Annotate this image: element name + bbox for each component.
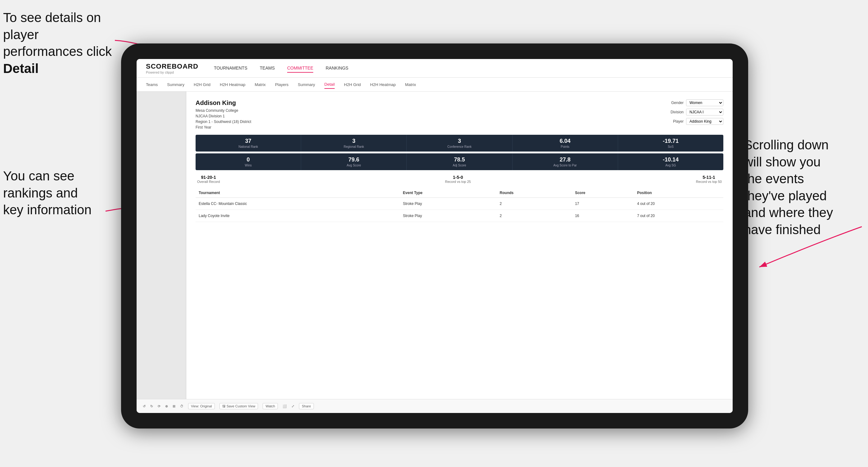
events-table: Tournament Event Type Rounds Score Posit… bbox=[195, 188, 723, 222]
view-original-label: View: Original bbox=[191, 404, 212, 408]
col-position: Position bbox=[634, 188, 723, 198]
zoom-button[interactable]: ⊕ bbox=[165, 404, 168, 408]
subnav-players[interactable]: Players bbox=[275, 81, 288, 89]
refresh-button[interactable]: ⟳ bbox=[158, 404, 160, 408]
redo-button[interactable]: ↻ bbox=[150, 404, 153, 408]
event-tournament-1: Estella CC- Mountain Classic bbox=[195, 198, 400, 210]
stat-avg-sg: -10.14 Avg SG bbox=[618, 153, 723, 170]
stat-avg-score-par-value: 27.8 bbox=[515, 156, 615, 163]
annotation-right-line3: the events bbox=[744, 172, 804, 186]
nav-rankings[interactable]: RANKINGS bbox=[326, 64, 348, 73]
stat-avg-sg-label: Avg SG bbox=[621, 164, 721, 167]
annotation-bottom-left: You can see rankings and key information bbox=[3, 168, 108, 219]
player-school: Mesa Community College bbox=[195, 108, 251, 113]
event-position-2: 7 out of 20 bbox=[634, 210, 723, 222]
table-row[interactable]: Estella CC- Mountain Classic Stroke Play… bbox=[195, 198, 723, 210]
annotation-right-line4: they've played bbox=[744, 188, 827, 203]
annotation-top-left-text: To see details on player performances cl… bbox=[3, 10, 112, 59]
annotation-top-left: To see details on player performances cl… bbox=[3, 9, 115, 77]
annotation-detail-bold: Detail bbox=[3, 61, 38, 76]
subnav-matrix[interactable]: Matrix bbox=[254, 81, 266, 89]
subnav-h2h-heatmap[interactable]: H2H Heatmap bbox=[220, 81, 245, 89]
stat-wins-label: Wins bbox=[198, 164, 298, 167]
stat-wins: 0 Wins bbox=[195, 153, 301, 170]
events-table-header-row: Tournament Event Type Rounds Score Posit… bbox=[195, 188, 723, 198]
undo-button[interactable]: ↺ bbox=[143, 404, 146, 408]
share-button[interactable]: Share bbox=[299, 403, 314, 409]
annotation-bottom-left-line2: rankings and bbox=[3, 186, 78, 200]
app-logo-sub: Powered by clippd bbox=[146, 70, 198, 74]
nav-committee[interactable]: COMMITTEE bbox=[287, 64, 313, 73]
record-overall: 91-20-1 Overall Record bbox=[197, 175, 220, 184]
division-select[interactable]: NJCAA I bbox=[686, 109, 723, 116]
watch-button[interactable]: Watch bbox=[262, 403, 278, 409]
event-score-2: 16 bbox=[572, 210, 634, 222]
annotation-right-line5: and where they bbox=[744, 205, 833, 220]
save-custom-label: Save Custom View bbox=[227, 404, 255, 408]
sub-nav: Teams Summary H2H Grid H2H Heatmap Matri… bbox=[136, 77, 733, 92]
gender-select[interactable]: Women bbox=[686, 99, 723, 106]
stat-sos-label: SoS bbox=[621, 145, 721, 148]
player-row: Player Addison King bbox=[673, 118, 723, 125]
app-logo: SCOREBOARD bbox=[146, 62, 198, 70]
record-top50-label: Record vs top 50 bbox=[696, 180, 722, 184]
division-label: Division bbox=[671, 110, 684, 114]
subnav-matrix2[interactable]: Matrix bbox=[405, 81, 416, 89]
expand-button[interactable]: ⤢ bbox=[291, 404, 294, 408]
subnav-teams[interactable]: Teams bbox=[146, 81, 158, 89]
subnav-summary[interactable]: Summary bbox=[167, 81, 184, 89]
player-info: Addison King Mesa Community College NJCA… bbox=[195, 99, 251, 130]
stat-regional-rank: 3 Regional Rank bbox=[301, 135, 407, 152]
events-table-header: Tournament Event Type Rounds Score Posit… bbox=[195, 188, 723, 198]
stat-avg-score-par: 27.8 Avg Score to Par bbox=[513, 153, 618, 170]
division-row: Division NJCAA I bbox=[671, 109, 723, 116]
stat-sos-value: -19.71 bbox=[621, 138, 721, 145]
player-controls: Gender Women Division NJCAA I bbox=[671, 99, 723, 130]
save-label: 🖫 bbox=[222, 404, 226, 408]
device-button[interactable]: ⬜ bbox=[282, 404, 287, 408]
annotation-bottom-left-line1: You can see bbox=[3, 168, 74, 183]
stat-avg-score-par-label: Avg Score to Par bbox=[515, 164, 615, 167]
record-top25-label: Record vs top 25 bbox=[445, 180, 471, 184]
stats-row-1: 37 National Rank 3 Regional Rank 3 Confe… bbox=[195, 135, 723, 152]
records-row: 91-20-1 Overall Record 1-5-0 Record vs t… bbox=[195, 175, 723, 184]
col-score: Score bbox=[572, 188, 634, 198]
event-score-1: 17 bbox=[572, 198, 634, 210]
stat-adj-score-value: 78.5 bbox=[409, 156, 509, 163]
stat-avg-sg-value: -10.14 bbox=[621, 156, 721, 163]
content-area: Addison King Mesa Community College NJCA… bbox=[136, 92, 733, 399]
stat-regional-rank-label: Regional Rank bbox=[304, 145, 404, 148]
event-rounds-2: 2 bbox=[497, 210, 572, 222]
grid-button[interactable]: ⊞ bbox=[173, 404, 176, 408]
subnav-h2h-grid[interactable]: H2H Grid bbox=[194, 81, 211, 89]
main-nav: TOURNAMENTS TEAMS COMMITTEE RANKINGS bbox=[214, 64, 348, 73]
save-custom-button[interactable]: 🖫 Save Custom View bbox=[219, 403, 258, 409]
stat-national-rank-value: 37 bbox=[198, 138, 298, 145]
col-tournament: Tournament bbox=[195, 188, 400, 198]
stat-avg-score: 79.6 Avg Score bbox=[301, 153, 407, 170]
stat-avg-score-value: 79.6 bbox=[304, 156, 404, 163]
stat-national-rank: 37 National Rank bbox=[195, 135, 301, 152]
nav-tournaments[interactable]: TOURNAMENTS bbox=[214, 64, 247, 73]
nav-teams[interactable]: TEAMS bbox=[260, 64, 275, 73]
stat-adj-score-label: Adj Score bbox=[409, 164, 509, 167]
time-button[interactable]: ⏱ bbox=[180, 404, 183, 408]
event-rounds-1: 2 bbox=[497, 198, 572, 210]
player-select[interactable]: Addison King bbox=[686, 118, 723, 125]
stat-points-label: Points bbox=[515, 145, 615, 148]
subnav-h2h-heatmap2[interactable]: H2H Heatmap bbox=[370, 81, 396, 89]
table-row[interactable]: Lady Coyote Invite Stroke Play 2 16 7 ou… bbox=[195, 210, 723, 222]
logo-area: SCOREBOARD Powered by clippd bbox=[146, 62, 198, 74]
subnav-detail[interactable]: Detail bbox=[324, 81, 335, 89]
stat-conference-rank-value: 3 bbox=[409, 138, 509, 145]
share-label: Share bbox=[302, 404, 311, 408]
player-header: Addison King Mesa Community College NJCA… bbox=[195, 99, 723, 130]
col-event-type: Event Type bbox=[400, 188, 497, 198]
events-table-body: Estella CC- Mountain Classic Stroke Play… bbox=[195, 198, 723, 222]
subnav-summary2[interactable]: Summary bbox=[298, 81, 315, 89]
record-overall-label: Overall Record bbox=[197, 180, 220, 184]
subnav-h2h-grid2[interactable]: H2H Grid bbox=[344, 81, 361, 89]
stat-points: 6.04 Points bbox=[513, 135, 618, 152]
record-top25-value: 1-5-0 bbox=[445, 175, 471, 180]
view-original-button[interactable]: View: Original bbox=[188, 403, 215, 409]
